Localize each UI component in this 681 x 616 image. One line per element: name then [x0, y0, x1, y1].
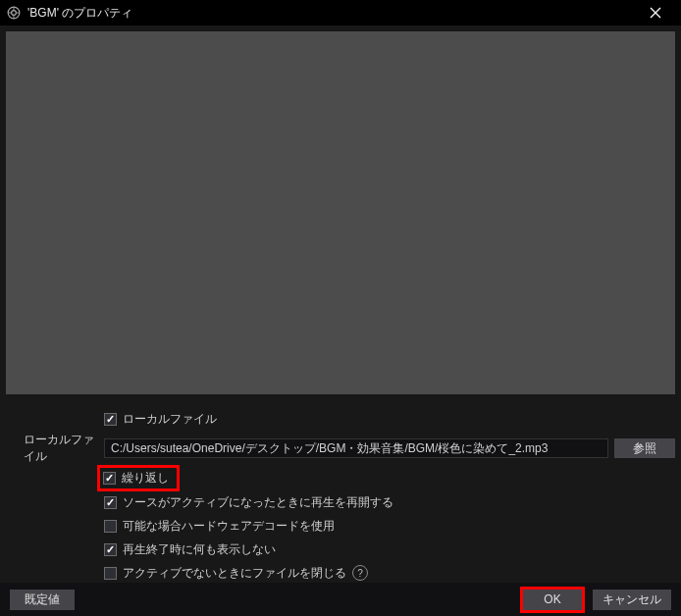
- titlebar-left: 'BGM' のプロパティ: [6, 5, 132, 22]
- row-hw-decode: 可能な場合ハードウェアデコードを使用: [6, 515, 675, 537]
- titlebar: 'BGM' のプロパティ: [0, 0, 681, 26]
- loop-label[interactable]: 繰り返し: [122, 470, 169, 487]
- cancel-button[interactable]: キャンセル: [593, 590, 671, 610]
- hide-on-end-checkbox[interactable]: [104, 543, 117, 556]
- close-inactive-label[interactable]: アクティブでないときにファイルを閉じる: [123, 565, 346, 582]
- hide-on-end-label[interactable]: 再生終了時に何も表示しない: [123, 541, 276, 558]
- close-icon: [650, 7, 661, 19]
- app-icon: [6, 5, 22, 21]
- loop-checkbox[interactable]: [103, 472, 116, 485]
- browse-button[interactable]: 参照: [614, 438, 675, 458]
- ok-button[interactable]: OK: [520, 590, 585, 610]
- help-icon[interactable]: ?: [352, 565, 368, 581]
- footer-bar: 既定値 OK キャンセル: [0, 583, 681, 616]
- restart-checkbox[interactable]: [104, 496, 117, 509]
- row-loop-highlight: 繰り返し: [99, 467, 178, 489]
- row-hide-on-end: 再生終了時に何も表示しない: [6, 539, 675, 560]
- close-inactive-checkbox[interactable]: [104, 567, 117, 580]
- local-file-checkbox[interactable]: [104, 413, 117, 426]
- svg-point-1: [12, 11, 17, 16]
- hw-decode-label[interactable]: 可能な場合ハードウェアデコードを使用: [123, 518, 335, 535]
- defaults-button[interactable]: 既定値: [10, 590, 75, 610]
- row-close-inactive: アクティブでないときにファイルを閉じる ?: [6, 562, 675, 584]
- restart-label[interactable]: ソースがアクティブになったときに再生を再開する: [123, 494, 393, 511]
- content-area: ローカルファイル ローカルファイル 参照 繰り返し ソースがアクティブになったと…: [0, 26, 681, 616]
- row-file-path: ローカルファイル 参照: [6, 432, 675, 465]
- local-file-checkbox-label[interactable]: ローカルファイル: [123, 411, 217, 428]
- close-button[interactable]: [636, 0, 675, 26]
- local-file-label: ローカルファイル: [6, 432, 104, 465]
- hw-decode-checkbox[interactable]: [104, 520, 117, 533]
- window-title: 'BGM' のプロパティ: [27, 5, 132, 22]
- row-local-file-checkbox: ローカルファイル: [6, 408, 675, 430]
- file-path-input[interactable]: [104, 438, 608, 458]
- row-restart: ソースがアクティブになったときに再生を再開する: [6, 491, 675, 513]
- form-area: ローカルファイル ローカルファイル 参照 繰り返し ソースがアクティブになったと…: [6, 394, 675, 605]
- preview-pane: [6, 31, 675, 394]
